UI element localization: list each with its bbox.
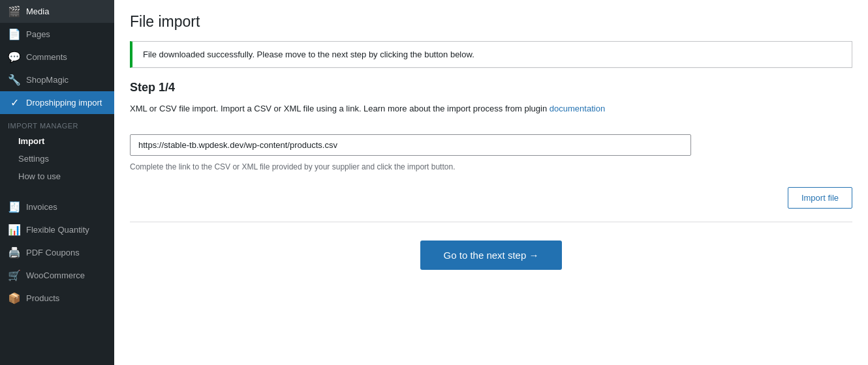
success-notice: File downloaded successfully. Please mov… <box>130 41 852 68</box>
products-icon: 📦 <box>8 292 21 304</box>
sidebar-item-pdf-coupons[interactable]: 🖨️ PDF Coupons <box>0 241 114 264</box>
sidebar-item-label: Comments <box>26 52 67 62</box>
flexible-quantity-icon: 📊 <box>8 224 21 236</box>
shopmagic-icon: 🔧 <box>8 74 21 86</box>
sidebar-item-how-to-use[interactable]: How to use <box>0 168 114 185</box>
sidebar-item-label: Media <box>26 7 49 16</box>
sidebar-item-flexible-quantity[interactable]: 📊 Flexible Quantity <box>0 218 114 241</box>
how-to-use-label: How to use <box>18 171 61 181</box>
sidebar-item-label: Invoices <box>26 202 57 212</box>
sidebar-item-pages[interactable]: 📄 Pages <box>0 23 114 46</box>
page-title: File import <box>130 13 852 31</box>
next-step-wrap: Go to the next step → <box>130 222 852 283</box>
url-hint: Complete the link to the CSV or XML file… <box>130 162 852 171</box>
sidebar-item-label: PDF Coupons <box>26 248 80 257</box>
media-icon: 🎬 <box>8 5 21 18</box>
main-content: File import File downloaded successfully… <box>114 0 868 365</box>
documentation-link[interactable]: documentation <box>550 104 605 113</box>
pages-icon: 📄 <box>8 28 21 40</box>
sidebar-item-label: ShopMagic <box>26 75 69 85</box>
sidebar: 🎬 Media 📄 Pages 💬 Comments 🔧 ShopMagic ✓… <box>0 0 114 365</box>
sidebar-item-media[interactable]: 🎬 Media <box>0 0 114 23</box>
step-description-text: XML or CSV file import. Import a CSV or … <box>130 104 547 113</box>
sidebar-item-settings[interactable]: Settings <box>0 150 114 168</box>
next-step-button[interactable]: Go to the next step → <box>420 241 563 270</box>
step-heading: Step 1/4 <box>130 81 852 95</box>
import-button-wrap: Import file <box>130 187 852 222</box>
import-manager-label: Import Manager <box>0 114 114 132</box>
pdf-coupons-icon: 🖨️ <box>8 246 21 259</box>
comments-icon: 💬 <box>8 51 21 63</box>
url-input[interactable] <box>130 134 691 156</box>
sidebar-item-shopmagic[interactable]: 🔧 ShopMagic <box>0 68 114 91</box>
dropshipping-icon: ✓ <box>8 96 21 109</box>
woocommerce-icon: 🛒 <box>8 269 21 282</box>
sidebar-item-dropshipping[interactable]: ✓ Dropshipping import <box>0 91 114 114</box>
settings-label: Settings <box>18 154 49 164</box>
sidebar-item-label: WooCommerce <box>26 270 85 280</box>
sidebar-item-import[interactable]: Import <box>0 132 114 150</box>
step-description: XML or CSV file import. Import a CSV or … <box>130 102 852 116</box>
invoices-icon: 🧾 <box>8 201 21 213</box>
sidebar-item-label: Pages <box>26 29 50 39</box>
sidebar-item-invoices[interactable]: 🧾 Invoices <box>0 196 114 218</box>
content-area: File import File downloaded successfully… <box>114 0 868 365</box>
sidebar-item-comments[interactable]: 💬 Comments <box>0 46 114 68</box>
sidebar-item-label: Dropshipping import <box>26 98 102 108</box>
sidebar-item-label: Flexible Quantity <box>26 225 89 235</box>
import-label: Import <box>18 136 44 146</box>
sidebar-item-products[interactable]: 📦 Products <box>0 287 114 310</box>
url-input-wrapper <box>130 134 691 156</box>
success-message: File downloaded successfully. Please mov… <box>143 50 474 59</box>
import-file-button[interactable]: Import file <box>788 187 852 209</box>
sidebar-item-label: Products <box>26 293 59 303</box>
sidebar-item-woocommerce[interactable]: 🛒 WooCommerce <box>0 264 114 287</box>
